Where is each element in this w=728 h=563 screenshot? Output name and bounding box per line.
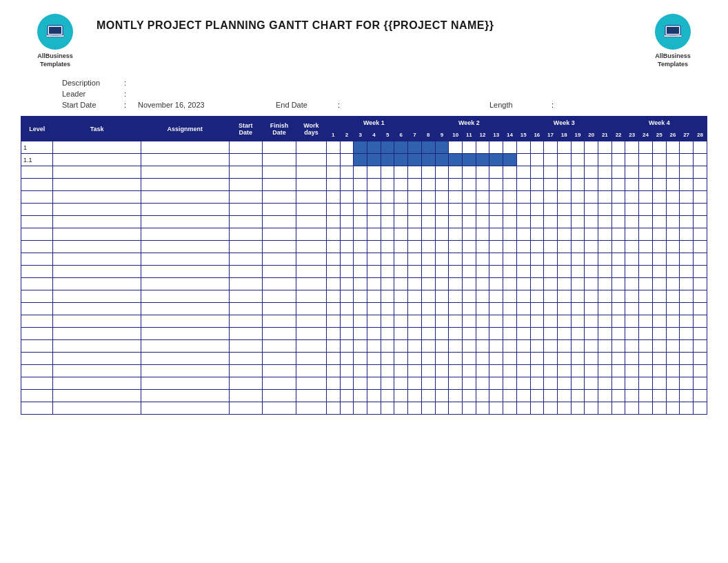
gantt-cell-d19: [585, 377, 598, 390]
gantt-cell-d23: [639, 290, 653, 303]
gantt-cell-d0: [326, 154, 340, 166]
gantt-cell-d16: [544, 340, 558, 353]
gantt-cell-d17: [557, 365, 571, 377]
leader-label: Leader: [62, 90, 124, 98]
week3-header: Week 3: [516, 117, 611, 129]
gantt-cell-d12: [489, 353, 503, 365]
gantt-cell-d2: [354, 228, 367, 241]
gantt-cell-d2: [354, 266, 367, 278]
gantt-cell-d6: [408, 266, 422, 278]
gantt-cell-d12: [489, 204, 503, 216]
cell-task: [53, 315, 141, 328]
gantt-cell-d23: [639, 303, 653, 315]
cell-level: [21, 216, 53, 228]
gantt-cell-d19: [585, 402, 598, 415]
gantt-cell-d24: [652, 377, 666, 390]
gantt-cell-d19: [585, 191, 598, 204]
gantt-cell-d19: [585, 340, 598, 353]
gantt-cell-d2: [354, 204, 367, 216]
cell-level: [21, 166, 53, 179]
gantt-cell-d0: [326, 315, 340, 328]
cell-finish: [263, 191, 296, 204]
day-header-24: 24: [639, 129, 653, 141]
gantt-cell-d22: [625, 365, 639, 377]
gantt-cell-d14: [516, 402, 530, 415]
cell-start: [229, 328, 263, 340]
gantt-cell-d24: [652, 402, 666, 415]
end-date-label: End Date: [276, 101, 338, 109]
gantt-cell-d10: [463, 402, 476, 415]
gantt-cell-d17: [557, 315, 571, 328]
cell-level: [21, 390, 53, 402]
gantt-cell-d21: [611, 390, 625, 402]
cell-assignment: [141, 328, 229, 340]
gantt-cell-d11: [476, 390, 489, 402]
gantt-cell-d7: [421, 179, 435, 191]
gantt-cell-d6: [408, 154, 422, 166]
gantt-cell-d2: [354, 179, 367, 191]
gantt-cell-d21: [611, 340, 625, 353]
cell-finish: [263, 278, 296, 290]
gantt-cell-d16: [544, 328, 558, 340]
gantt-cell-d15: [530, 204, 544, 216]
gantt-cell-d1: [340, 377, 354, 390]
gantt-cell-d22: [625, 328, 639, 340]
gantt-cell-d3: [367, 204, 381, 216]
cell-assignment: [141, 154, 229, 166]
cell-workdays: [296, 340, 326, 353]
cell-level: [21, 328, 53, 340]
gantt-cell-d4: [381, 179, 394, 191]
gantt-cell-d16: [544, 204, 558, 216]
gantt-cell-d7: [421, 216, 435, 228]
cell-assignment: [141, 290, 229, 303]
gantt-cell-d27: [693, 154, 707, 166]
gantt-cell-d15: [530, 241, 544, 253]
header-area: AllBusiness Templates MONTLY PROJECT PLA…: [21, 14, 707, 68]
gantt-cell-d8: [435, 303, 449, 315]
gantt-cell-d21: [611, 166, 625, 179]
gantt-cell-d16: [544, 390, 558, 402]
gantt-cell-d11: [476, 365, 489, 377]
gantt-cell-d5: [394, 179, 408, 191]
table-row: [21, 228, 707, 241]
gantt-cell-d18: [571, 278, 585, 290]
gantt-cell-d14: [516, 141, 530, 154]
cell-finish: [263, 266, 296, 278]
gantt-cell-d24: [652, 290, 666, 303]
gantt-cell-d4: [381, 216, 394, 228]
gantt-cell-d17: [557, 204, 571, 216]
gantt-cell-d4: [381, 141, 394, 154]
week2-header: Week 2: [421, 117, 516, 129]
gantt-cell-d3: [367, 228, 381, 241]
gantt-cell-d17: [557, 166, 571, 179]
gantt-cell-d16: [544, 402, 558, 415]
day-header-13: 13: [489, 129, 503, 141]
gantt-cell-d24: [652, 216, 666, 228]
gantt-cell-d9: [449, 266, 463, 278]
gantt-cell-d14: [516, 253, 530, 266]
cell-level: [21, 179, 53, 191]
gantt-cell-d1: [340, 365, 354, 377]
gantt-cell-d3: [367, 402, 381, 415]
cell-task: [53, 154, 141, 166]
gantt-cell-d27: [693, 241, 707, 253]
gantt-cell-d20: [598, 204, 612, 216]
gantt-cell-d14: [516, 328, 530, 340]
gantt-cell-d0: [326, 365, 340, 377]
gantt-cell-d15: [530, 216, 544, 228]
gantt-cell-d26: [680, 241, 694, 253]
gantt-cell-d11: [476, 216, 489, 228]
gantt-cell-d1: [340, 290, 354, 303]
gantt-cell-d8: [435, 241, 449, 253]
day-header-5: 5: [381, 129, 394, 141]
gantt-cell-d6: [408, 216, 422, 228]
gantt-cell-d3: [367, 241, 381, 253]
gantt-cell-d15: [530, 154, 544, 166]
day-header-2: 2: [340, 129, 354, 141]
gantt-cell-d15: [530, 191, 544, 204]
gantt-cell-d0: [326, 253, 340, 266]
gantt-cell-d0: [326, 353, 340, 365]
gantt-cell-d11: [476, 377, 489, 390]
gantt-cell-d5: [394, 402, 408, 415]
gantt-cell-d4: [381, 228, 394, 241]
